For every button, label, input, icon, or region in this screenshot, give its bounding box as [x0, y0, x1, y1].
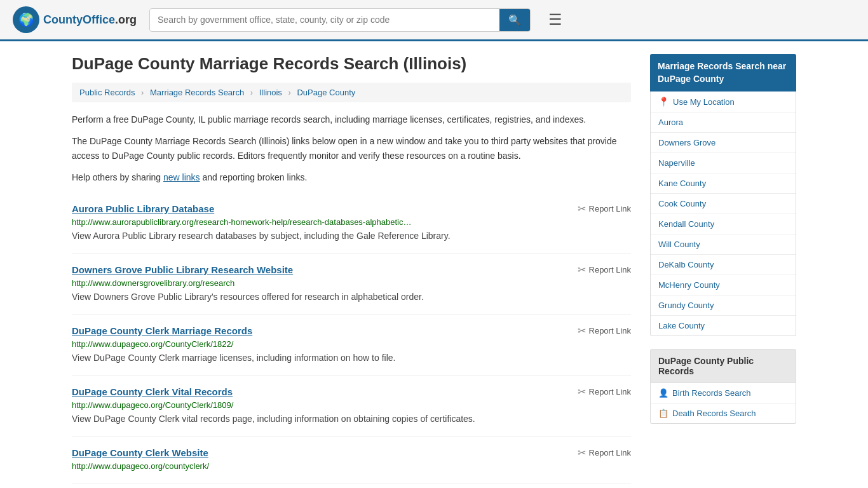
- result-desc: View DuPage County Clerk marriage licens…: [72, 351, 631, 365]
- hamburger-menu[interactable]: ☰: [543, 8, 567, 31]
- result-item: DuPage County Clerk Marriage Records ✂ R…: [72, 315, 631, 376]
- sidebar-item-kendall-county[interactable]: Kendall County: [651, 214, 796, 234]
- document-icon: 📋: [658, 409, 668, 418]
- description-1: Perform a free DuPage County, IL public …: [72, 112, 631, 126]
- result-desc: View Downers Grove Public Library's reso…: [72, 290, 631, 304]
- description-2: The DuPage County Marriage Records Searc…: [72, 134, 631, 163]
- sidebar-item-will-county[interactable]: Will County: [651, 234, 796, 255]
- main-container: DuPage County Marriage Records Search (I…: [59, 41, 809, 488]
- search-input[interactable]: [150, 10, 499, 30]
- result-title[interactable]: Downers Grove Public Library Research We…: [72, 264, 293, 275]
- sidebar-item-cook-county[interactable]: Cook County: [651, 194, 796, 214]
- logo-link[interactable]: 🌍 CountyOffice.org: [13, 6, 137, 33]
- breadcrumb: Public Records › Marriage Records Search…: [72, 83, 631, 102]
- sidebar-item-lake-county[interactable]: Lake County: [651, 316, 796, 336]
- report-link[interactable]: ✂ Report Link: [578, 264, 631, 276]
- search-button[interactable]: 🔍: [499, 9, 530, 31]
- sidebar-public-records-section: DuPage County Public Records 👤 Birth Rec…: [650, 349, 796, 424]
- result-desc: View Aurora Public Library research data…: [72, 229, 631, 243]
- result-item: DuPage County Clerk Website ✂ Report Lin…: [72, 437, 631, 484]
- breadcrumb-marriage-records[interactable]: Marriage Records Search: [150, 88, 244, 97]
- location-pin-icon: 📍: [658, 97, 669, 107]
- report-link[interactable]: ✂ Report Link: [578, 386, 631, 398]
- description-3: Help others by sharing new links and rep…: [72, 170, 631, 184]
- sidebar-item-naperville[interactable]: Naperville: [651, 153, 796, 173]
- result-title[interactable]: DuPage County Clerk Vital Records: [72, 386, 233, 397]
- result-url: http://www.dupageco.org/CountyClerk/1822…: [72, 339, 631, 349]
- sidebar-public-records-heading: DuPage County Public Records: [650, 349, 796, 383]
- sidebar-item-birth-records[interactable]: 👤 Birth Records Search: [651, 383, 796, 403]
- sidebar-use-my-location[interactable]: 📍 Use My Location: [651, 92, 796, 112]
- sidebar-nearby-heading: Marriage Records Search near DuPage Coun…: [650, 54, 796, 92]
- result-url: http://www.dupageco.org/CountyClerk/1809…: [72, 400, 631, 410]
- page-title: DuPage County Marriage Records Search (I…: [72, 54, 631, 74]
- new-links-link[interactable]: new links: [163, 172, 200, 182]
- result-title[interactable]: DuPage County Clerk Website: [72, 447, 208, 458]
- sidebar-item-dekalb-county[interactable]: DeKalb County: [651, 255, 796, 275]
- report-link[interactable]: ✂ Report Link: [578, 447, 631, 459]
- sidebar-nearby-section: Marriage Records Search near DuPage Coun…: [650, 54, 796, 336]
- report-link[interactable]: ✂ Report Link: [578, 325, 631, 337]
- result-url: http://www.dupageco.org/countyclerk/: [72, 461, 631, 471]
- person-icon: 👤: [658, 388, 668, 398]
- report-icon: ✂: [578, 386, 586, 398]
- report-icon: ✂: [578, 264, 586, 276]
- breadcrumb-dupage[interactable]: DuPage County: [297, 88, 355, 97]
- result-desc: View DuPage County Clerk vital records p…: [72, 412, 631, 426]
- report-link[interactable]: ✂ Report Link: [578, 203, 631, 215]
- search-bar: 🔍: [149, 8, 531, 32]
- sidebar-item-kane-county[interactable]: Kane County: [651, 173, 796, 194]
- logo-text: CountyOffice.org: [43, 13, 137, 27]
- report-icon: ✂: [578, 325, 586, 337]
- sidebar-item-mchenry-county[interactable]: McHenry County: [651, 275, 796, 295]
- result-item: Downers Grove Public Library Research We…: [72, 254, 631, 315]
- logo-icon: 🌍: [13, 6, 39, 33]
- report-icon: ✂: [578, 447, 586, 459]
- result-item: DuPage County Clerk Vital Records ✂ Repo…: [72, 376, 631, 437]
- result-title[interactable]: DuPage County Clerk Marriage Records: [72, 325, 252, 336]
- sidebar-item-aurora[interactable]: Aurora: [651, 112, 796, 133]
- result-url: http://www.aurorapubliclibrary.org/resea…: [72, 217, 631, 227]
- result-item: Aurora Public Library Database ✂ Report …: [72, 193, 631, 254]
- results-list: Aurora Public Library Database ✂ Report …: [72, 193, 631, 484]
- result-title[interactable]: Aurora Public Library Database: [72, 203, 214, 214]
- report-icon: ✂: [578, 203, 586, 215]
- sidebar-item-death-records[interactable]: 📋 Death Records Search: [651, 403, 796, 423]
- sidebar-item-grundy-county[interactable]: Grundy County: [651, 295, 796, 316]
- sidebar: Marriage Records Search near DuPage Coun…: [650, 54, 796, 484]
- sidebar-item-downers-grove[interactable]: Downers Grove: [651, 133, 796, 153]
- sidebar-nearby-list: 📍 Use My Location Aurora Downers Grove N…: [650, 92, 796, 336]
- sidebar-public-records-list: 👤 Birth Records Search 📋 Death Records S…: [650, 383, 796, 424]
- breadcrumb-public-records[interactable]: Public Records: [79, 88, 135, 97]
- result-url: http://www.downersgrovelibrary.org/resea…: [72, 278, 631, 288]
- main-content: DuPage County Marriage Records Search (I…: [72, 54, 631, 484]
- breadcrumb-illinois[interactable]: Illinois: [259, 88, 282, 97]
- site-header: 🌍 CountyOffice.org 🔍 ☰: [0, 0, 868, 41]
